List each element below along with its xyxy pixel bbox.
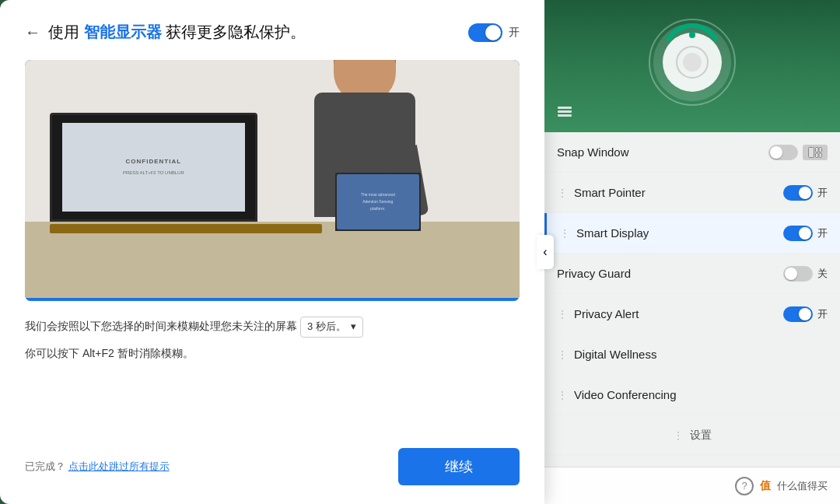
laptop-text: The most advancedAttention Sensingplatfo… (361, 191, 395, 212)
snap-window-toggle[interactable] (768, 145, 798, 160)
menu-item-settings[interactable]: ⋮ 设置 (544, 415, 840, 456)
privacy-guard-toggle[interactable] (783, 266, 813, 282)
blur-overlay-text: PRESS ALT+F2 TO UNBLUR (123, 170, 184, 177)
brand-logo-icon: 值 (760, 479, 771, 493)
menu-item-privacy-alert-right: 开 (783, 306, 828, 322)
confidential-text: CONFIDENTIAL (126, 158, 182, 165)
chevron-left-icon: ‹ (543, 245, 547, 259)
menu-item-snap-window-right (768, 145, 828, 160)
title-prefix: 使用 (48, 23, 84, 40)
main-toggle[interactable] (468, 23, 502, 42)
svg-rect-9 (809, 147, 814, 157)
shortcut-key: Alt+F2 (82, 347, 114, 359)
skip-link: 已完成？ 点击此处跳过所有提示 (25, 460, 170, 474)
menu-item-digital-wellness-left: ⋮ Digital Wellness (557, 348, 656, 361)
title-suffix: 获得更多隐私保护。 (162, 23, 306, 40)
smart-display-toggle[interactable] (783, 226, 813, 241)
drag-handle-video-conferencing: ⋮ (557, 389, 568, 401)
svg-rect-11 (819, 147, 822, 152)
menu-item-smart-display-left: ⋮ Smart Display (559, 226, 649, 240)
time-value: 3 秒后。 (307, 319, 346, 335)
header-title: 使用 智能显示器 获得更多隐私保护。 (48, 22, 306, 43)
header-row: ← 使用 智能显示器 获得更多隐私保护。 开 (25, 22, 520, 43)
laptop-screen: The most advancedAttention Sensingplatfo… (337, 174, 419, 229)
desc-text-1: 我们会按照以下您选择的时间来模糊处理您未关注的屏幕 3 秒后。 ▾ (25, 317, 520, 338)
time-selector[interactable]: 3 秒后。 ▾ (300, 317, 363, 338)
privacy-alert-toggle[interactable] (783, 306, 813, 322)
smart-pointer-toggle[interactable] (783, 185, 813, 201)
drag-handle-smart-display: ⋮ (559, 227, 570, 240)
right-top-image (544, 0, 840, 132)
left-panel: ← 使用 智能显示器 获得更多隐私保护。 开 CONFIDENTIAL PRES… (0, 0, 544, 504)
menu-item-smart-pointer-label: Smart Pointer (574, 186, 646, 199)
back-button[interactable]: ← (25, 23, 40, 41)
monitor-screen: CONFIDENTIAL PRESS ALT+F2 TO UNBLUR (62, 123, 245, 212)
footer-area: 已完成？ 点击此处跳过所有提示 继续 (25, 448, 520, 485)
drag-handle-digital-wellness: ⋮ (557, 348, 568, 361)
drag-handle-smart-pointer: ⋮ (557, 187, 568, 199)
menu-item-smart-pointer-right: 开 (783, 185, 828, 201)
blurred-content: CONFIDENTIAL PRESS ALT+F2 TO UNBLUR (62, 123, 245, 212)
drag-handle-privacy-alert: ⋮ (557, 308, 568, 320)
menu-item-privacy-alert-label: Privacy Alert (574, 307, 639, 320)
svg-rect-8 (558, 114, 572, 117)
menu-item-smart-pointer[interactable]: ⋮ Smart Pointer 开 (544, 173, 840, 213)
continue-button[interactable]: 继续 (398, 448, 520, 485)
menu-item-privacy-guard-left: Privacy Guard (557, 267, 631, 280)
menu-list: Snap Window ⋮ Smart Pointe (544, 132, 840, 467)
help-button[interactable]: ? (735, 477, 754, 495)
menu-item-settings-label: 设置 (690, 429, 712, 443)
skip-prefix: 已完成？ (25, 460, 65, 472)
smart-pointer-toggle-label: 开 (817, 186, 828, 200)
layers-icon (557, 103, 572, 123)
svg-rect-12 (816, 153, 819, 158)
drag-handle-settings: ⋮ (673, 429, 684, 442)
snap-window-icon (803, 145, 828, 160)
main-toggle-label: 开 (509, 26, 520, 40)
brand-text: 什么值得买 (777, 479, 828, 493)
help-icon-label: ? (741, 480, 747, 492)
svg-rect-6 (558, 107, 572, 109)
right-panel: Snap Window ⋮ Smart Pointe (544, 0, 840, 504)
menu-item-smart-display[interactable]: ⋮ Smart Display 开 (544, 213, 840, 254)
collapse-button[interactable]: ‹ (537, 235, 554, 269)
menu-item-privacy-alert-left: ⋮ Privacy Alert (557, 307, 639, 320)
desc-text-2: 你可以按下 Alt+F2 暂时消除模糊。 (25, 347, 520, 361)
main-toggle-container: 开 (468, 23, 520, 42)
title-highlight: 智能显示器 (84, 23, 162, 40)
privacy-alert-toggle-label: 开 (817, 307, 828, 321)
menu-item-snap-window[interactable]: Snap Window (544, 132, 840, 173)
menu-item-digital-wellness[interactable]: ⋮ Digital Wellness (544, 334, 840, 375)
menu-item-smart-pointer-left: ⋮ Smart Pointer (557, 186, 646, 199)
menu-item-smart-display-label: Smart Display (576, 226, 649, 240)
image-bottom-bar (25, 298, 520, 301)
menu-item-video-conferencing[interactable]: ⋮ Video Conferencing (544, 375, 840, 415)
menu-item-settings-left: ⋮ 设置 (673, 429, 712, 443)
circle-logo (646, 16, 739, 109)
svg-rect-13 (819, 153, 822, 158)
menu-item-privacy-guard-right: 关 (783, 266, 828, 282)
menu-item-privacy-alert[interactable]: ⋮ Privacy Alert 开 (544, 294, 840, 334)
menu-item-digital-wellness-label: Digital Wellness (574, 348, 656, 361)
menu-item-video-conferencing-left: ⋮ Video Conferencing (557, 388, 676, 401)
menu-item-privacy-guard-label: Privacy Guard (557, 267, 631, 280)
right-bottom-bar: ? 值 什么值得买 (544, 467, 840, 504)
floor-bg (25, 222, 520, 301)
svg-rect-10 (816, 147, 819, 152)
menu-item-snap-window-left: Snap Window (557, 145, 629, 159)
smart-display-toggle-label: 开 (817, 226, 828, 240)
menu-item-smart-display-right: 开 (783, 226, 828, 241)
laptop: The most advancedAttention Sensingplatfo… (335, 173, 421, 231)
svg-rect-7 (558, 110, 572, 113)
skip-anchor[interactable]: 点击此处跳过所有提示 (68, 460, 170, 472)
header-left: ← 使用 智能显示器 获得更多隐私保护。 (25, 22, 306, 43)
privacy-guard-toggle-label: 关 (817, 267, 828, 281)
menu-item-snap-window-label: Snap Window (557, 145, 629, 159)
chevron-down-icon: ▾ (351, 319, 356, 335)
menu-item-video-conferencing-label: Video Conferencing (574, 388, 676, 401)
monitor: CONFIDENTIAL PRESS ALT+F2 TO UNBLUR (50, 113, 257, 222)
menu-item-privacy-guard[interactable]: Privacy Guard 关 (544, 254, 840, 294)
svg-point-3 (689, 32, 695, 38)
desc1-prefix: 我们会按照以下您选择的时间来模糊处理您未关注的屏幕 (25, 320, 297, 332)
svg-point-5 (683, 53, 702, 72)
